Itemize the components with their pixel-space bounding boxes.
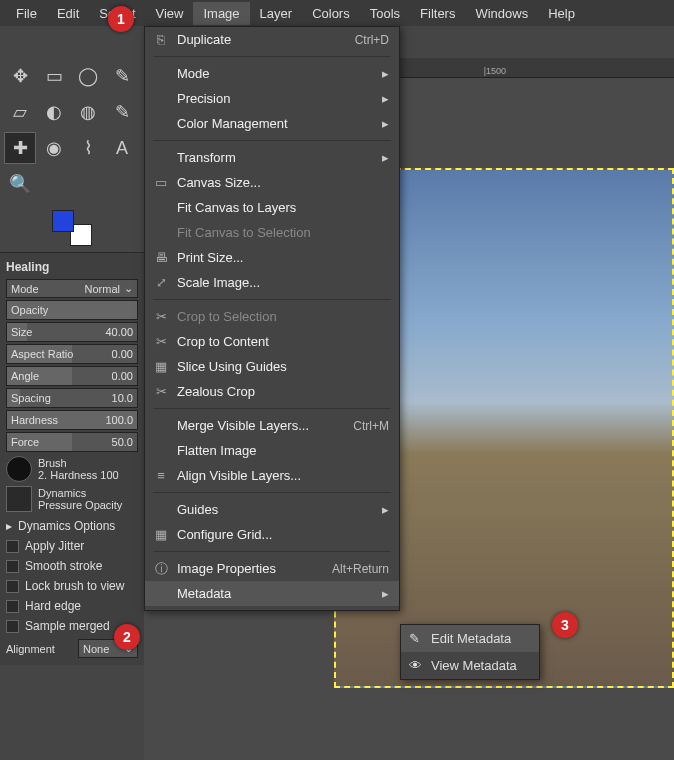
menu-item-slice-using-guides[interactable]: ▦Slice Using Guides — [145, 354, 399, 379]
menu-item-duplicate[interactable]: ⎘DuplicateCtrl+D — [145, 27, 399, 52]
menu-item-label: Mode — [177, 66, 210, 81]
menu-item-label: Fit Canvas to Layers — [177, 200, 296, 215]
slider-hardness[interactable]: Hardness100.0 — [6, 410, 138, 430]
menu-colors[interactable]: Colors — [302, 2, 360, 25]
menu-item-fit-canvas-to-layers[interactable]: Fit Canvas to Layers — [145, 195, 399, 220]
menu-filters[interactable]: Filters — [410, 2, 465, 25]
checkbox-hard-edge[interactable]: Hard edge — [6, 596, 138, 616]
menu-tools[interactable]: Tools — [360, 2, 410, 25]
menu-item-guides[interactable]: Guides▸ — [145, 497, 399, 522]
menu-item-icon: ⤢ — [153, 275, 169, 290]
clone-tool-icon[interactable]: ◉ — [38, 132, 70, 164]
chevron-down-icon: ⌄ — [124, 282, 133, 295]
annotation-badge-1: 1 — [108, 6, 134, 32]
menu-item-icon: ≡ — [153, 468, 169, 483]
slider-label: Hardness — [11, 414, 58, 426]
submenu-item-icon: ✎ — [409, 631, 420, 646]
rect-select-tool-icon[interactable]: ▭ — [38, 60, 70, 92]
menu-windows[interactable]: Windows — [465, 2, 538, 25]
checkbox-label: Lock brush to view — [25, 579, 124, 593]
warp-tool-icon[interactable]: ◍ — [72, 96, 104, 128]
submenu-item-view-metadata[interactable]: 👁View Metadata — [401, 652, 539, 679]
checkbox-icon — [6, 540, 19, 553]
fg-color-swatch[interactable] — [52, 210, 74, 232]
menu-item-label: Precision — [177, 91, 230, 106]
blend-mode-select[interactable]: Mode Normal⌄ — [6, 279, 138, 298]
move-tool-icon[interactable]: ✥ — [4, 60, 36, 92]
heal-tool-icon[interactable]: ✚ — [4, 132, 36, 164]
menu-item-shortcut: Ctrl+M — [353, 419, 389, 433]
dynamics-options-expander[interactable]: ▸ Dynamics Options — [6, 516, 138, 536]
rotate-tool-icon[interactable]: ◐ — [38, 96, 70, 128]
submenu-item-label: View Metadata — [431, 658, 517, 673]
menu-image[interactable]: Image — [193, 2, 249, 25]
slider-angle[interactable]: Angle0.00 — [6, 366, 138, 386]
menu-item-scale-image[interactable]: ⤢Scale Image... — [145, 270, 399, 295]
mode-label: Mode — [11, 283, 39, 295]
slider-size[interactable]: Size40.00 — [6, 322, 138, 342]
checkbox-label: Apply Jitter — [25, 539, 84, 553]
menu-file[interactable]: File — [6, 2, 47, 25]
slider-label: Angle — [11, 370, 39, 382]
menu-item-transform[interactable]: Transform▸ — [145, 145, 399, 170]
slider-value: 50.0 — [112, 436, 133, 448]
checkbox-label: Hard edge — [25, 599, 81, 613]
menu-layer[interactable]: Layer — [250, 2, 303, 25]
menu-item-label: Crop to Selection — [177, 309, 277, 324]
checkbox-apply-jitter[interactable]: Apply Jitter — [6, 536, 138, 556]
plus-icon: ▸ — [6, 519, 12, 533]
menu-item-align-visible-layers[interactable]: ≡Align Visible Layers... — [145, 463, 399, 488]
slider-force[interactable]: Force50.0 — [6, 432, 138, 452]
menu-item-zealous-crop[interactable]: ✂Zealous Crop — [145, 379, 399, 404]
checkbox-lock-brush-to-view[interactable]: Lock brush to view — [6, 576, 138, 596]
image-menu-dropdown: ⎘DuplicateCtrl+DMode▸Precision▸Color Man… — [144, 26, 400, 611]
menu-item-label: Canvas Size... — [177, 175, 261, 190]
menu-item-configure-grid[interactable]: ▦Configure Grid... — [145, 522, 399, 547]
brush-preview-icon[interactable] — [6, 456, 32, 482]
menu-item-flatten-image[interactable]: Flatten Image — [145, 438, 399, 463]
brush-label: Brush — [38, 457, 138, 469]
slider-opacity[interactable]: Opacity — [6, 300, 138, 320]
slider-value: 40.00 — [105, 326, 133, 338]
metadata-submenu: ✎Edit Metadata👁View Metadata — [400, 624, 540, 680]
slider-aspect-ratio[interactable]: Aspect Ratio0.00 — [6, 344, 138, 364]
menu-item-color-management[interactable]: Color Management▸ — [145, 111, 399, 136]
path-tool-icon[interactable]: ⌇ — [72, 132, 104, 164]
menu-item-label: Image Properties — [177, 561, 276, 576]
menu-item-icon: ⎘ — [153, 32, 169, 47]
menu-help[interactable]: Help — [538, 2, 585, 25]
tool-options: Healing Mode Normal⌄ OpacitySize40.00Asp… — [0, 252, 144, 665]
menu-item-icon: ✂ — [153, 334, 169, 349]
text-tool-icon[interactable]: A — [106, 132, 138, 164]
submenu-item-icon: 👁 — [409, 658, 422, 673]
zoom-tool-icon[interactable]: 🔍 — [4, 168, 36, 200]
fuzzy-select-tool-icon[interactable]: ✎ — [106, 60, 138, 92]
menu-item-metadata[interactable]: Metadata▸ — [145, 581, 399, 606]
menu-item-image-properties[interactable]: ⓘImage PropertiesAlt+Return — [145, 556, 399, 581]
dynamics-icon[interactable] — [6, 486, 32, 512]
crop-tool-icon[interactable]: ▱ — [4, 96, 36, 128]
checkbox-smooth-stroke[interactable]: Smooth stroke — [6, 556, 138, 576]
free-select-tool-icon[interactable]: ◯ — [72, 60, 104, 92]
chevron-right-icon: ▸ — [382, 91, 389, 106]
slider-value: 0.00 — [112, 348, 133, 360]
menu-item-icon: ✂ — [153, 384, 169, 399]
checkbox-icon — [6, 620, 19, 633]
menu-item-merge-visible-layers[interactable]: Merge Visible Layers...Ctrl+M — [145, 413, 399, 438]
menu-view[interactable]: View — [146, 2, 194, 25]
menu-item-icon: ▦ — [153, 359, 169, 374]
menu-item-icon: ▭ — [153, 175, 169, 190]
paintbrush-tool-icon[interactable]: ✎ — [106, 96, 138, 128]
submenu-item-label: Edit Metadata — [431, 631, 511, 646]
menu-item-precision[interactable]: Precision▸ — [145, 86, 399, 111]
menu-item-mode[interactable]: Mode▸ — [145, 61, 399, 86]
checkbox-label: Sample merged — [25, 619, 110, 633]
menu-item-canvas-size[interactable]: ▭Canvas Size... — [145, 170, 399, 195]
menu-item-label: Crop to Content — [177, 334, 269, 349]
slider-spacing[interactable]: Spacing10.0 — [6, 388, 138, 408]
menu-edit[interactable]: Edit — [47, 2, 89, 25]
submenu-item-edit-metadata[interactable]: ✎Edit Metadata — [401, 625, 539, 652]
menu-item-crop-to-content[interactable]: ✂Crop to Content — [145, 329, 399, 354]
color-swatches[interactable] — [52, 210, 92, 246]
menu-item-print-size[interactable]: 🖶Print Size... — [145, 245, 399, 270]
